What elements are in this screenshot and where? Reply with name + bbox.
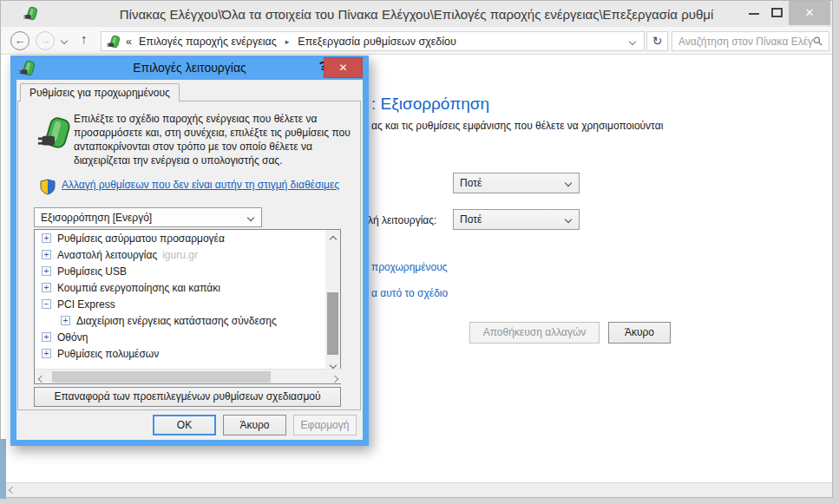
details-pane-collapse-icon[interactable] xyxy=(9,487,16,494)
navigation-bar: ← → ↑ « Επιλογές παροχής ενέργειας ▸ Επε… xyxy=(1,27,832,55)
tab-advanced-settings[interactable]: Ρυθμίσεις για προχωρημένους xyxy=(20,83,180,101)
restore-plan-defaults-link[interactable]: α αυτό το σχέδιο xyxy=(371,287,448,299)
settings-tree: + Ρυθμίσεις ασύρματου προσαρμογέα + Ανασ… xyxy=(34,229,341,384)
address-dropdown-icon[interactable] xyxy=(629,37,636,44)
back-button[interactable]: ← xyxy=(10,31,29,50)
apply-button: Εφαρμογή xyxy=(293,415,357,435)
collapse-icon[interactable]: − xyxy=(42,299,51,309)
background-window-edge xyxy=(0,439,6,499)
dialog-body: Ρυθμίσεις για προχωρημένους Επιλέξτε το … xyxy=(16,80,363,440)
horizontal-scroll-thumb[interactable] xyxy=(52,371,271,383)
advanced-settings-page: Επιλέξτε το σχέδιο παροχής ενέργειας που… xyxy=(17,101,361,410)
watermark-text: iguru.gr xyxy=(162,249,198,261)
dialog-cancel-button[interactable]: Άκυρο xyxy=(223,415,286,435)
close-icon[interactable]: ✕ xyxy=(789,1,830,25)
vertical-scroll-thumb[interactable] xyxy=(327,292,338,355)
tree-item-multimedia[interactable]: + Ρυθμίσεις πολυμέσων xyxy=(35,345,326,362)
vertical-scrollbar[interactable] xyxy=(325,230,340,370)
uac-shield-icon xyxy=(40,179,56,195)
plan-heading: : Εξισορρόπηση xyxy=(371,95,489,114)
scroll-right-icon[interactable] xyxy=(328,370,342,384)
expand-icon[interactable]: + xyxy=(42,349,51,358)
scroll-down-icon[interactable] xyxy=(325,356,340,370)
change-unavailable-settings-link[interactable]: Αλλαγή ρυθμίσεων που δεν είναι αυτήν τη … xyxy=(62,178,348,192)
status-bar xyxy=(1,482,832,497)
expand-icon[interactable]: + xyxy=(42,283,51,292)
breadcrumb-edit-plan[interactable]: Επεξεργασία ρυθμίσεων σχεδίου xyxy=(296,36,458,48)
dialog-title-bar[interactable]: Επιλογές λειτουργίας ? ✕ xyxy=(10,56,369,80)
up-button[interactable]: ↑ xyxy=(81,31,88,46)
power-options-icon xyxy=(107,35,121,49)
scroll-left-icon[interactable] xyxy=(35,370,49,384)
expand-icon[interactable]: + xyxy=(42,250,51,259)
expand-icon[interactable]: + xyxy=(42,332,51,342)
tree-item-sleep[interactable]: + Αναστολή λειτουργίας iguru.gr xyxy=(35,246,326,263)
breadcrumb-power-options[interactable]: Επιλογές παροχής ενέργειας xyxy=(137,36,279,48)
maximize-icon[interactable] xyxy=(771,8,783,17)
minimize-icon[interactable] xyxy=(749,13,759,15)
address-bar[interactable]: « Επιλογές παροχής ενέργειας ▸ Επεξεργασ… xyxy=(101,31,645,51)
title-bar[interactable]: Πίνακας Ελέγχου\Όλα τα στοιχεία του Πίνα… xyxy=(1,1,832,27)
tree-item-pci-express[interactable]: − PCI Express xyxy=(35,296,326,312)
expand-icon[interactable]: + xyxy=(61,316,70,325)
sleep-label: λή λειτουργίας: xyxy=(368,214,436,226)
expand-icon[interactable]: + xyxy=(42,233,51,243)
tree-item-wireless[interactable]: + Ρυθμίσεις ασύρματου προσαρμογέα xyxy=(35,230,326,246)
tree-item-power-buttons[interactable]: + Κουμπιά ενεργοποίησης και καπάκι xyxy=(35,279,326,296)
sleep-select[interactable]: Ποτέ xyxy=(453,209,580,230)
plan-subtext: ας και τις ρυθμίσεις εμφάνισης που θέλετ… xyxy=(371,120,663,132)
window-title: Πίνακας Ελέγχου\Όλα τα στοιχεία του Πίνα… xyxy=(1,7,832,22)
horizontal-scrollbar[interactable] xyxy=(35,369,342,383)
search-box[interactable] xyxy=(672,31,829,51)
scroll-up-icon[interactable] xyxy=(325,230,340,244)
restore-defaults-button[interactable]: Επαναφορά των προεπιλεγμένων ρυθμίσεων σ… xyxy=(34,387,341,407)
cancel-button[interactable]: Άκυρο xyxy=(608,322,671,344)
recent-pages-chevron-icon[interactable] xyxy=(61,37,68,44)
search-input[interactable] xyxy=(672,36,813,48)
advanced-power-settings-link[interactable]: προχωρημένους xyxy=(371,261,448,273)
tree-item-display[interactable]: + Οθόνη xyxy=(35,329,326,345)
expand-icon[interactable]: + xyxy=(42,266,51,276)
breadcrumb-separator-icon[interactable]: ▸ xyxy=(285,37,290,46)
dialog-description: Επιλέξτε το σχέδιο παροχής ενέργειας που… xyxy=(74,112,351,167)
tree-item-usb[interactable]: + Ρυθμίσεις USB xyxy=(35,263,326,279)
breadcrumb-root-icon[interactable]: « xyxy=(126,36,132,48)
display-off-select[interactable]: Ποτέ xyxy=(453,173,580,193)
tree-item-link-state-power[interactable]: + Διαχείριση ενέργειας κατάστασης σύνδεσ… xyxy=(35,312,326,329)
forward-button[interactable]: → xyxy=(36,31,55,50)
refresh-button[interactable]: ↻ xyxy=(646,31,668,51)
dialog-close-icon[interactable]: ✕ xyxy=(324,57,363,78)
battery-plug-icon xyxy=(37,115,72,150)
search-icon xyxy=(813,36,823,47)
save-changes-button: Αποθήκευση αλλαγών xyxy=(469,322,600,344)
plan-select[interactable]: Εξισορρόπηση [Ενεργό] xyxy=(34,207,262,227)
ok-button[interactable]: OK xyxy=(153,415,216,435)
power-options-dialog: Επιλογές λειτουργίας ? ✕ Ρυθμίσεις για π… xyxy=(10,56,369,446)
